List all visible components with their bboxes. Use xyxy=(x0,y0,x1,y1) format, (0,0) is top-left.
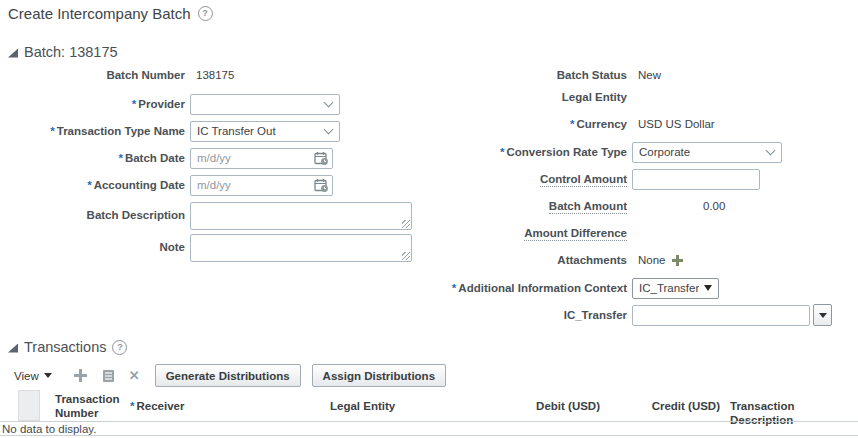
note-row: Note xyxy=(0,233,412,262)
column-header-debit[interactable]: Debit (USD) xyxy=(470,399,600,413)
batch-status-label: Batch Status xyxy=(402,69,627,82)
transaction-type-row: *Transaction Type Name IC Transfer Out xyxy=(0,120,340,142)
currency-value: USD US Dollar xyxy=(638,118,715,130)
accounting-date-field xyxy=(190,175,333,196)
accounting-date-label: *Accounting Date xyxy=(0,179,185,192)
batch-number-value: 138175 xyxy=(196,69,234,81)
empty-table-message: No data to display. xyxy=(2,423,96,435)
column-header-legal-entity[interactable]: Legal Entity xyxy=(330,399,395,413)
accounting-date-input[interactable] xyxy=(190,175,333,196)
page-title-text: Create Intercompany Batch xyxy=(8,5,191,22)
help-icon[interactable]: ? xyxy=(198,6,213,21)
batch-date-field xyxy=(190,148,333,169)
batch-number-row: Batch Number 138175 xyxy=(0,67,234,83)
required-marker: * xyxy=(118,152,122,164)
column-header-receiver[interactable]: *Receiver xyxy=(130,399,184,413)
required-marker: * xyxy=(452,282,456,294)
attachments-label: Attachments xyxy=(402,254,627,267)
required-marker: * xyxy=(50,125,54,137)
help-icon[interactable]: ? xyxy=(112,340,127,355)
transaction-type-select[interactable]: IC Transfer Out xyxy=(190,121,340,142)
provider-label: *Provider xyxy=(0,98,185,111)
currency-label: *Currency xyxy=(402,118,627,131)
batch-date-input[interactable] xyxy=(190,148,333,169)
control-amount-input[interactable] xyxy=(632,169,760,190)
control-amount-row: Control Amount xyxy=(402,168,760,190)
currency-row: *Currency USD US Dollar xyxy=(402,116,715,132)
view-menu-label: View xyxy=(14,370,39,382)
attachments-value: None xyxy=(638,254,666,266)
batch-amount-label: Batch Amount xyxy=(402,200,627,213)
conversion-rate-type-label: *Conversion Rate Type xyxy=(402,146,627,159)
batch-date-row: *Batch Date xyxy=(0,147,333,169)
batch-section-header[interactable]: Batch: 138175 xyxy=(8,44,118,60)
column-header-transaction-number[interactable]: Transaction Number xyxy=(55,392,133,420)
amount-difference-row: Amount Difference xyxy=(402,225,638,241)
batch-date-label: *Batch Date xyxy=(0,152,185,165)
calendar-icon[interactable] xyxy=(314,151,329,170)
add-row-icon[interactable] xyxy=(74,369,87,382)
chevron-down-icon xyxy=(324,125,334,135)
transactions-toolbar: View ✕ Generate Distributions Assign Dis… xyxy=(14,363,446,388)
additional-info-context-row: *Additional Information Context IC_Trans… xyxy=(402,277,719,299)
accounting-date-row: *Accounting Date xyxy=(0,174,333,196)
row-selector-header-cell[interactable] xyxy=(18,390,40,421)
required-marker: * xyxy=(130,400,134,412)
batch-amount-value: 0.00 xyxy=(703,200,725,212)
provider-select[interactable] xyxy=(190,94,340,115)
batch-status-value: New xyxy=(638,69,661,81)
required-marker: * xyxy=(132,98,136,110)
legal-entity-row: Legal Entity xyxy=(402,89,638,105)
table-bottom-divider xyxy=(0,435,858,436)
chevron-down-icon xyxy=(766,146,776,156)
note-field xyxy=(190,234,412,262)
chevron-down-icon xyxy=(44,373,52,378)
chevron-down-icon xyxy=(324,98,334,108)
column-header-credit[interactable]: Credit (USD) xyxy=(615,399,720,413)
page-title: Create Intercompany Batch ? xyxy=(8,5,213,22)
create-intercompany-batch-page: Create Intercompany Batch ? Batch: 13817… xyxy=(0,0,858,438)
required-marker: * xyxy=(570,118,574,130)
collapse-triangle-icon[interactable] xyxy=(8,344,18,353)
conversion-rate-type-select[interactable]: Corporate xyxy=(632,142,782,163)
note-textarea[interactable] xyxy=(190,234,412,262)
attachments-row: Attachments None xyxy=(402,252,683,268)
ic-transfer-input[interactable] xyxy=(632,305,810,326)
ic-transfer-row: IC_Transfer xyxy=(402,304,832,326)
dropdown-arrow-icon xyxy=(819,313,827,318)
batch-number-label: Batch Number xyxy=(0,69,185,82)
batch-description-row: Batch Description xyxy=(0,201,412,230)
note-label: Note xyxy=(0,241,185,254)
collapse-triangle-icon[interactable] xyxy=(8,49,18,58)
transactions-section-title: Transactions xyxy=(24,339,106,355)
transaction-type-label: *Transaction Type Name xyxy=(0,125,185,138)
additional-info-context-label: *Additional Information Context xyxy=(402,282,627,295)
add-attachment-icon[interactable] xyxy=(672,255,683,266)
amount-difference-label: Amount Difference xyxy=(402,227,627,240)
assign-distributions-button[interactable]: Assign Distributions xyxy=(312,364,446,387)
required-marker: * xyxy=(87,179,91,191)
legal-entity-label: Legal Entity xyxy=(402,91,627,104)
required-marker: * xyxy=(500,146,504,158)
batch-section-title: Batch: 138175 xyxy=(24,44,118,60)
dropdown-arrow-icon xyxy=(704,285,712,291)
conversion-rate-type-select-value: Corporate xyxy=(639,146,690,158)
generate-distributions-button[interactable]: Generate Distributions xyxy=(155,364,301,387)
ic-transfer-dropdown-button[interactable] xyxy=(813,304,832,326)
detach-icon[interactable] xyxy=(102,369,115,383)
batch-status-row: Batch Status New xyxy=(402,67,661,83)
ic-transfer-label: IC_Transfer xyxy=(402,309,627,322)
additional-info-context-select[interactable]: IC_Transfer xyxy=(632,278,719,299)
calendar-icon[interactable] xyxy=(314,178,329,197)
control-amount-label: Control Amount xyxy=(402,173,627,186)
column-header-transaction-description[interactable]: Transaction Description xyxy=(730,399,858,427)
delete-row-icon[interactable]: ✕ xyxy=(129,369,140,382)
view-menu[interactable]: View xyxy=(14,370,52,382)
provider-row: *Provider xyxy=(0,93,340,115)
transactions-section-header[interactable]: Transactions ? xyxy=(8,339,127,355)
transaction-type-select-value: IC Transfer Out xyxy=(197,125,276,137)
additional-info-context-select-value: IC_Transfer xyxy=(639,282,699,294)
batch-amount-row: Batch Amount 0.00 xyxy=(402,198,725,214)
batch-description-label: Batch Description xyxy=(0,209,185,222)
batch-description-textarea[interactable] xyxy=(190,202,412,230)
